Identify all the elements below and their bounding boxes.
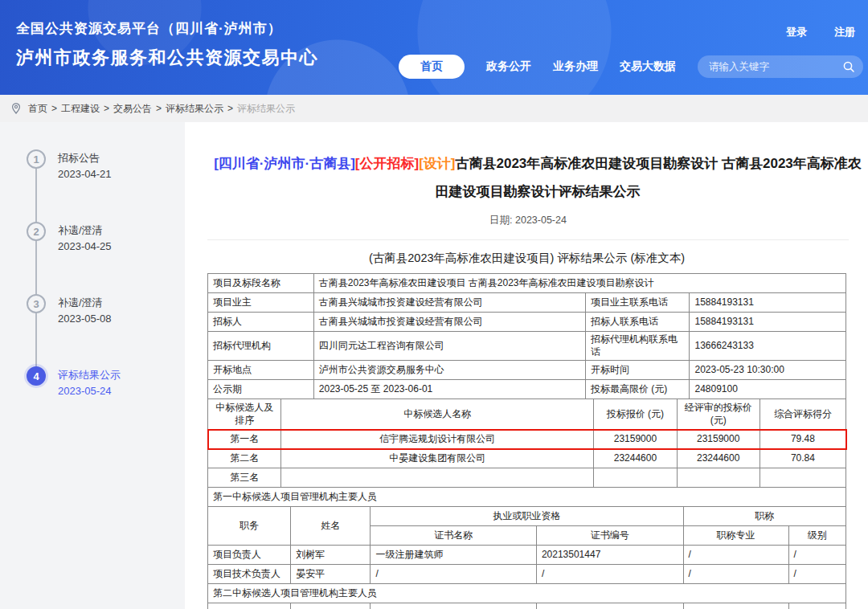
max-price-label: 投标最高限价 (元) (586, 380, 690, 399)
breadcrumb-separator: > (156, 103, 162, 114)
nav-item-business[interactable]: 业务办理 (553, 59, 598, 74)
main-nav: 首页 政务公开 业务办理 交易大数据 (399, 55, 863, 79)
register-link[interactable]: 注册 (834, 25, 855, 39)
person-name: 晏安平 (291, 565, 371, 584)
agency-label: 招标代理机构 (208, 332, 314, 361)
candidate-name (281, 468, 594, 488)
col-title-group-header: 职称 (683, 507, 845, 526)
breadcrumb-eval-results[interactable]: 评标结果公示 (166, 102, 223, 116)
col-score-header: 综合评标得分 (760, 399, 845, 430)
candidate-score: 70.84 (760, 449, 845, 468)
breadcrumb-current: 评标结果公示 (237, 102, 295, 116)
tenderer-phone-label: 招标人联系电话 (586, 313, 690, 332)
site-brand: 全国公共资源交易平台（四川省·泸州市） 泸州市政务服务和公共资源交易中心 (16, 19, 318, 70)
col-qualification-group-header: 执业或职业资格 (371, 507, 683, 526)
breadcrumb-separator: > (104, 103, 109, 114)
step-number-badge: 2 (27, 222, 46, 241)
project-name-label: 项目及标段名称 (208, 274, 314, 293)
nav-item-home[interactable]: 首页 (399, 55, 465, 79)
candidate-score (760, 468, 845, 488)
col-name-header: 中标候选人名称 (281, 399, 594, 430)
personnel-row-manager: 项目负责人 刘树军 一级注册建筑师 20213501447 / / (208, 546, 846, 565)
candidate-row-first-highlighted: 第一名 信宇腾远规划设计有限公司 23159000 23159000 79.48 (208, 430, 846, 449)
owner-phone-value: 15884193131 (690, 293, 846, 313)
candidate-name: 中晏建设集团有限公司 (281, 449, 594, 468)
step-date: 2023-04-25 (58, 239, 112, 255)
col-title-level-header: 级别 (788, 526, 845, 546)
title-main-text: 古蔺县2023年高标准农田建设项目勘察设计 古蔺县2023年高标准农田建设项目勘… (436, 156, 862, 199)
personnel-table: 第一中标候选人项目管理机构主要人员 职务 姓名 执业或职业资格 职称 证书名称 … (207, 487, 846, 609)
page-title: [四川省·泸州市·古蔺县][公开招标][设计]古蔺县2023年高标准农田建设项目… (211, 149, 865, 206)
timeline-step-supplement-1[interactable]: 2 补遗/澄清 2023-04-25 (27, 222, 112, 255)
title-method-tag: [公开招标] (355, 156, 419, 171)
search-icon[interactable] (842, 60, 855, 73)
step-label: 招标公告 (58, 150, 112, 166)
person-title-level: / (788, 565, 845, 584)
center-title: 泸州市政务服务和公共资源交易中心 (16, 46, 318, 70)
open-time-value: 2023-05-23 10:30:00 (690, 361, 846, 380)
title-region-tag: [四川省·泸州市·古蔺县] (214, 156, 355, 171)
nav-item-trade-data[interactable]: 交易大数据 (620, 59, 676, 74)
col-eval-price-header: 经评审的投标价 (元) (677, 399, 760, 430)
search-input[interactable] (709, 61, 842, 72)
section-title: 第一中标候选人项目管理机构主要人员 (208, 488, 846, 507)
timeline-step-eval-result[interactable]: 4 评标结果公示 2023-05-24 (27, 366, 121, 399)
section-title-row-first-candidate: 第一中标候选人项目管理机构主要人员 (208, 488, 846, 507)
breadcrumb-announcements[interactable]: 交易公告 (113, 102, 152, 116)
person-cert-no: 20213501447 (536, 546, 683, 565)
table-row: 项目业主 古蔺县兴城城市投资建设经营有限公司 项目业主联系电话 15884193… (208, 293, 846, 313)
timeline-step-supplement-2[interactable]: 3 补遗/澄清 2023-05-08 (27, 294, 112, 327)
person-duty: 项目负责人 (208, 546, 291, 565)
timeline-connector (35, 160, 37, 377)
breadcrumb-engineering[interactable]: 工程建设 (61, 102, 100, 116)
login-link[interactable]: 登录 (786, 25, 807, 39)
step-label: 补遗/澄清 (58, 295, 112, 311)
step-date: 2023-04-21 (58, 166, 112, 182)
col-person-name-header: 姓名 (291, 507, 371, 546)
step-date: 2023-05-08 (58, 311, 112, 327)
candidate-rank: 第三名 (208, 468, 281, 488)
person-title-major: / (683, 546, 788, 565)
publish-date: 日期: 2023-05-24 (207, 214, 849, 240)
timeline-step-tender-notice[interactable]: 1 招标公告 2023-04-21 (27, 149, 112, 182)
candidate-eval-price: 23244600 (677, 449, 760, 468)
agency-phone-value: 13666243133 (690, 332, 846, 361)
col-bid-header: 投标报价 (元) (594, 399, 677, 430)
open-place-label: 开标地点 (208, 361, 314, 380)
step-text: 补遗/澄清 2023-04-25 (58, 222, 112, 255)
candidates-header-row: 中标候选人及排序 中标候选人名称 投标报价 (元) 经评审的投标价 (元) 综合… (208, 399, 846, 430)
section-title-row-second-candidate: 第二中标候选人项目管理机构主要人员 (208, 584, 846, 603)
candidate-bid: 23159000 (594, 430, 677, 449)
table-row: 招标代理机构 四川同元达工程咨询有限公司 招标代理机构联系电话 13666243… (208, 332, 846, 361)
col-title-major-header: 职称专业 (683, 526, 788, 546)
step-number-badge: 3 (27, 294, 46, 313)
project-name-value: 古蔺县2023年高标准农田建设项目 古蔺县2023年高标准农田建设项目勘察设计 (313, 274, 845, 293)
project-info-table: 项目及标段名称 古蔺县2023年高标准农田建设项目 古蔺县2023年高标准农田建… (207, 273, 846, 399)
tenderer-value: 古蔺县兴城城市投资建设经营有限公司 (313, 313, 585, 332)
search-box[interactable] (698, 55, 863, 78)
table-row: 项目及标段名称 古蔺县2023年高标准农田建设项目 古蔺县2023年高标准农田建… (208, 274, 846, 293)
person-name: 刘树军 (291, 546, 371, 565)
table-caption: (古蔺县2023年高标准农田建设项目) 评标结果公示 (标准文本) (207, 251, 846, 266)
person-cert-name: / (371, 565, 536, 584)
max-price-value: 24809100 (690, 380, 846, 399)
tenderer-phone-value: 15884193131 (690, 313, 846, 332)
step-date: 2023-05-24 (58, 383, 121, 399)
person-cert-no: / (536, 565, 683, 584)
step-number-badge: 1 (27, 149, 46, 169)
table-row: 公示期 2023-05-25 至 2023-06-01 投标最高限价 (元) 2… (208, 380, 846, 399)
platform-title: 全国公共资源交易平台（四川省·泸州市） (16, 19, 318, 38)
breadcrumb: 首页> 工程建设> 交易公告> 评标结果公示> 评标结果公示 (0, 95, 868, 122)
owner-phone-label: 项目业主联系电话 (586, 293, 690, 313)
candidate-rank: 第一名 (208, 430, 281, 449)
nav-item-gov-disclosure[interactable]: 政务公开 (486, 59, 531, 74)
candidate-eval-price: 23159000 (677, 430, 760, 449)
tenderer-label: 招标人 (208, 313, 314, 332)
breadcrumb-separator: > (227, 103, 233, 114)
announcement-main: [四川省·泸州市·古蔺县][公开招标][设计]古蔺县2023年高标准农田建设项目… (185, 122, 868, 609)
col-cert-no-header: 证书编号 (536, 526, 683, 546)
personnel-row-tech-lead: 项目技术负责人 晏安平 / / / / (208, 565, 846, 584)
candidate-bid: 23244600 (594, 449, 677, 468)
candidate-row-third: 第三名 (208, 468, 846, 488)
breadcrumb-home[interactable]: 首页 (28, 102, 47, 116)
